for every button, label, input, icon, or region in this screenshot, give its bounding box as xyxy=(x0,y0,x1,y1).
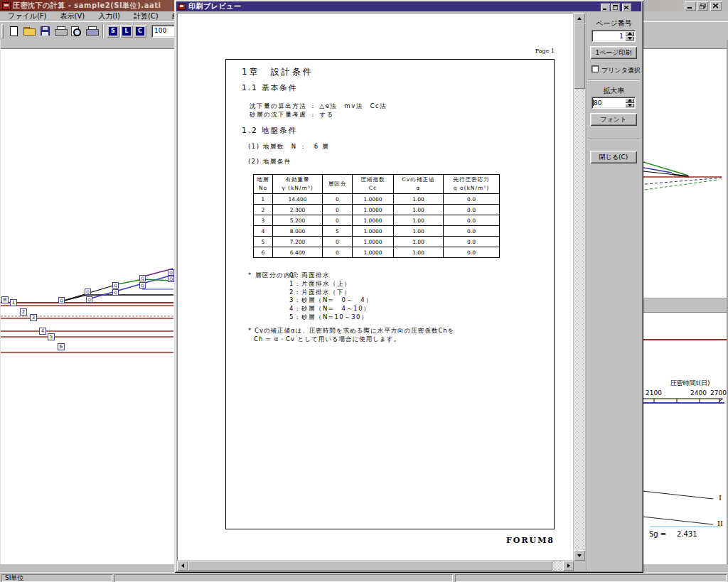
layer-marker: B xyxy=(1,296,9,303)
table-cell: 1.0000 xyxy=(353,205,394,215)
results-window-header xyxy=(643,40,727,49)
table-cell: 1.00 xyxy=(394,205,444,215)
node-marker: Q xyxy=(139,282,146,289)
menu-item[interactable]: 計算(C) xyxy=(129,11,164,21)
page-number-spinner[interactable]: 1 xyxy=(592,30,636,42)
note1-item: 1：片面排水（上） xyxy=(289,280,373,289)
chart-x-axis-title: 圧密時間t(日) xyxy=(670,379,710,388)
sg-result-value: 2.431 xyxy=(677,530,697,538)
print-page-button[interactable]: 1ページ印刷 xyxy=(590,46,637,59)
scroll-left-icon[interactable] xyxy=(177,561,188,571)
menu-item[interactable]: ファイル(F) xyxy=(3,11,52,21)
spin-down-icon[interactable] xyxy=(625,36,634,41)
note2-line: Ch = α・Cv として用いる場合に使用します。 xyxy=(248,335,454,343)
node-marker: Q xyxy=(86,296,92,303)
table-cell: 5.200 xyxy=(273,215,323,226)
layer-table: 地層No 有効重量γ (kN/m³) 層区分 圧縮指数Cc Cvの補正値α xyxy=(253,174,500,258)
save-icon[interactable] xyxy=(37,24,53,38)
table-cell: 6.400 xyxy=(273,247,323,258)
print-setup-icon[interactable] xyxy=(84,24,100,38)
table-cell: 5 xyxy=(323,226,353,237)
preview-window-controls xyxy=(601,4,631,11)
table-row: 48.00051.00001.000.0 xyxy=(254,226,500,237)
maximize-icon[interactable] xyxy=(611,4,620,11)
main-window-title: 圧密沈下の計算 - sample2(SI単位).aati xyxy=(13,1,161,11)
layer-marker: 4 xyxy=(39,328,46,335)
restore-icon[interactable] xyxy=(697,1,708,11)
minimize-icon[interactable] xyxy=(685,1,696,11)
close-icon[interactable] xyxy=(622,4,631,11)
panel-divider xyxy=(588,138,640,139)
table-row: 35.20001.00001.000.0 xyxy=(254,215,500,226)
l-mode-button[interactable]: L xyxy=(120,25,133,38)
minimize-icon[interactable] xyxy=(601,4,610,11)
doc-line: (1) 地層数 N ： 6 層 xyxy=(248,143,329,151)
doc-line: 砂層の沈下量考慮 ： する xyxy=(250,111,334,119)
scale-label: 拡大率 xyxy=(587,86,641,96)
scale-value[interactable]: 80 xyxy=(593,98,625,107)
table-cell: 14.400 xyxy=(273,194,323,205)
layer-line xyxy=(643,339,727,340)
preview-control-panel: ページ番号 1 1ページ印刷 プリンタ選択 拡大率 80 xyxy=(586,13,641,571)
page-number: Page 1 xyxy=(519,48,555,54)
table-header-row: 地層No 有効重量γ (kN/m³) 層区分 圧縮指数Cc Cvの補正値α xyxy=(254,175,500,194)
table-cell: 4 xyxy=(254,226,273,237)
scroll-down-icon[interactable] xyxy=(574,550,585,561)
section-heading: 1.1 基本条件 xyxy=(242,83,297,93)
scrollbar-corner xyxy=(574,561,585,571)
page-spin-buttons xyxy=(625,31,634,41)
layer-marker: 2 xyxy=(20,308,27,316)
close-preview-button[interactable]: 閉じる(C) xyxy=(590,151,637,163)
statusbar-units: SI単位 xyxy=(1,574,112,582)
preview-titlebar[interactable]: 印刷プレビュー xyxy=(176,1,641,11)
scroll-right-icon[interactable] xyxy=(563,561,574,571)
page-number-value[interactable]: 1 xyxy=(593,31,625,41)
vertical-scrollbar[interactable] xyxy=(574,13,585,561)
table-cell: 1.0000 xyxy=(353,247,394,258)
open-file-icon[interactable] xyxy=(21,24,37,38)
scale-spinner[interactable]: 80 xyxy=(592,97,636,109)
table-cell: 1.00 xyxy=(394,215,444,226)
preview-page: Page 1 1章 設計条件 1.1 基本条件 沈下量の算出方法 ： △e法 m… xyxy=(177,13,574,561)
scroll-up-icon[interactable] xyxy=(574,13,585,23)
preview-window-title: 印刷プレビュー xyxy=(188,1,241,11)
node-marker: Q xyxy=(112,282,119,289)
statusbar: SI単位 xyxy=(0,572,728,582)
spin-down-icon[interactable] xyxy=(625,103,634,108)
horizontal-scroll-thumb[interactable] xyxy=(188,561,552,571)
new-file-icon[interactable] xyxy=(6,24,21,38)
table-cell: 0 xyxy=(323,247,353,258)
table-cell: 7.200 xyxy=(273,237,323,247)
table-cell: 2.300 xyxy=(273,205,323,215)
layer-table-head: 地層No 有効重量γ (kN/m³) 層区分 圧縮指数Cc Cvの補正値α xyxy=(254,175,500,194)
table-cell: 5 xyxy=(254,237,273,247)
menu-item[interactable]: 入力(I) xyxy=(93,11,125,21)
menu-item[interactable]: 表示(V) xyxy=(55,11,90,21)
print-icon[interactable] xyxy=(53,24,68,38)
font-button[interactable]: フォント xyxy=(590,113,637,126)
print-preview-icon[interactable] xyxy=(68,24,84,38)
node-marker: Q xyxy=(139,275,146,281)
note1-item: 2：片面排水（下） xyxy=(289,289,373,297)
table-cell: 2 xyxy=(254,205,273,215)
vertical-scroll-thumb[interactable] xyxy=(574,23,585,89)
toolbar-grip[interactable] xyxy=(1,24,4,38)
s-mode-button[interactable]: S xyxy=(107,25,119,38)
close-icon[interactable] xyxy=(710,1,722,11)
l-mode-label: L xyxy=(122,27,131,36)
results-splitter[interactable] xyxy=(643,298,727,313)
node-marker: Q xyxy=(168,276,174,282)
table-cell: 1.0000 xyxy=(353,215,394,226)
note1-item: 3：砂層（N= 0～ 4） xyxy=(289,296,373,305)
table-header-cell: 層区分 xyxy=(323,175,353,194)
zoom-value[interactable]: 100 xyxy=(153,26,174,36)
app-icon xyxy=(2,2,11,10)
table-header-cell: 地層No xyxy=(254,175,273,194)
table-cell: 6 xyxy=(254,247,273,258)
printer-select-checkbox[interactable] xyxy=(592,65,599,72)
statusbar-panel xyxy=(455,574,727,582)
c-mode-button[interactable]: C xyxy=(134,25,146,38)
layer-table-body: 114.40001.00001.000.022.30001.00001.000.… xyxy=(254,194,500,258)
horizontal-scrollbar[interactable] xyxy=(177,561,574,571)
node-marker: Q xyxy=(85,289,91,295)
